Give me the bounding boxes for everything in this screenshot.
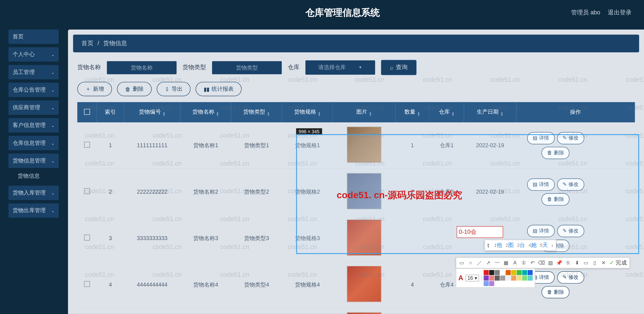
color-swatch[interactable] [528, 270, 533, 275]
eraser-icon[interactable]: ⌫ [538, 260, 544, 266]
col-header[interactable]: 货物类型▲▼ [231, 102, 282, 122]
breadcrumb-root[interactable]: 首页 [82, 40, 93, 46]
sidebar-item-5[interactable]: 客户信息管理⌄ [8, 118, 59, 133]
ellipse-icon[interactable]: ○ [468, 260, 474, 266]
col-header[interactable]: 操作 [516, 102, 634, 122]
col-header[interactable]: 索引 [97, 102, 124, 122]
color-swatch[interactable] [511, 270, 516, 275]
undo-icon[interactable]: ↶ [530, 260, 536, 266]
color-swatch[interactable] [489, 276, 494, 281]
select-all-checkbox[interactable] [84, 109, 90, 114]
col-header[interactable]: 生产日期▲▼ [464, 102, 516, 122]
ime-more-icon[interactable]: › [552, 242, 553, 248]
delete-button[interactable]: 🗑删除 [117, 82, 152, 96]
col-header[interactable]: 仓库▲▼ [430, 102, 464, 122]
plus-icon: ＋ [85, 85, 91, 93]
image-thumb[interactable] [347, 312, 382, 314]
color-swatch[interactable] [484, 281, 489, 286]
ime-candidate-popup[interactable]: t 1他2图3台4她5天› [484, 240, 556, 251]
col-header[interactable]: 图片▲▼ [333, 102, 395, 122]
color-swatch[interactable] [522, 276, 527, 281]
filter-type-input[interactable] [212, 61, 282, 74]
stats-button[interactable]: ▮▮统计报表 [196, 82, 242, 96]
copy-icon[interactable]: ▭ [583, 260, 589, 266]
record-icon[interactable]: ▯ [592, 260, 598, 266]
color-swatch[interactable] [517, 276, 522, 281]
color-swatch[interactable] [489, 270, 494, 275]
color-swatch[interactable] [506, 276, 511, 281]
line-icon[interactable]: ／ [476, 260, 482, 266]
color-swatch[interactable] [484, 270, 489, 275]
ocr-icon[interactable]: ⎘ [565, 260, 571, 266]
save-icon[interactable]: ⬇ [574, 260, 580, 266]
font-size-select[interactable]: 16 ▾ [466, 275, 479, 282]
image-thumb[interactable] [347, 219, 382, 256]
detail-button[interactable]: ▤详情 [527, 178, 554, 191]
color-swatch[interactable] [495, 276, 500, 281]
logout-link[interactable]: 退出登录 [608, 9, 631, 16]
done-button[interactable]: ✓ 完成 [610, 259, 627, 267]
ime-candidate[interactable]: 1他 [494, 241, 502, 249]
edit-button[interactable]: ✎修改 [557, 225, 584, 237]
cell-qty: 1 [395, 122, 430, 169]
sidebar-item-6[interactable]: 仓库信息管理⌄ [8, 136, 59, 150]
ime-input-box[interactable]: 0-10会 [457, 226, 503, 238]
ime-candidate[interactable]: 4她 [528, 241, 536, 249]
color-swatch[interactable] [522, 270, 527, 275]
sidebar-item-3[interactable]: 仓库公告管理⌄ [8, 83, 59, 97]
row-checkbox[interactable] [84, 142, 90, 148]
text-icon[interactable]: A [512, 260, 518, 266]
pin-icon[interactable]: 📌 [556, 260, 562, 266]
arrow-icon[interactable]: ↗ [485, 260, 491, 266]
row-checkbox[interactable] [84, 235, 90, 241]
filter-name-input[interactable] [107, 61, 176, 74]
color-swatch[interactable] [500, 270, 506, 275]
edit-button[interactable]: ✎修改 [557, 178, 584, 191]
ime-candidate[interactable]: 5天 [540, 241, 548, 249]
color-swatch[interactable] [528, 276, 533, 281]
sidebar-item-7[interactable]: 货物信息管理⌄ [8, 154, 59, 168]
sidebar-item-9[interactable]: 货物出库管理⌄ [8, 203, 59, 218]
color-swatch[interactable] [517, 270, 522, 275]
row-delete-button[interactable]: 🗑删除 [542, 286, 570, 298]
row-checkbox[interactable] [84, 188, 90, 194]
sidebar-item-2[interactable]: 员工管理⌄ [8, 65, 59, 79]
export-button[interactable]: ⇩导出 [157, 82, 190, 96]
col-header[interactable]: 货物规格▲▼ [282, 102, 333, 122]
row-delete-button[interactable]: 🗑删除 [542, 147, 570, 159]
sidebar-sub-active[interactable]: 货物信息 [8, 170, 59, 182]
rect-icon[interactable]: ▭ [459, 260, 464, 266]
brush-icon[interactable]: 〰 [494, 260, 500, 266]
sidebar-item-8[interactable]: 货物入库管理⌄ [8, 186, 59, 200]
color-swatch[interactable] [495, 270, 500, 275]
sidebar-item-4[interactable]: 供应商管理⌄ [8, 100, 59, 115]
row-delete-button[interactable]: 🗑删除 [542, 193, 570, 205]
color-swatch[interactable] [511, 276, 516, 281]
add-button[interactable]: ＋新增 [77, 82, 112, 96]
color-swatch[interactable] [489, 281, 494, 286]
query-button[interactable]: ⌕ 查询 [381, 60, 416, 75]
sidebar-item-0[interactable]: 首页 [8, 29, 59, 44]
image-thumb[interactable] [347, 127, 382, 163]
filter-wh-select[interactable]: 请选择仓库 ▼ [306, 60, 375, 75]
user-role[interactable]: 管理员 abo [571, 9, 600, 16]
col-header[interactable]: 货物编号▲▼ [124, 102, 180, 122]
col-header[interactable]: 数量▲▼ [395, 102, 430, 122]
capture-icon[interactable]: ▧ [548, 260, 554, 266]
mosaic-icon[interactable]: ▦ [503, 260, 509, 266]
edit-button[interactable]: ✎修改 [557, 271, 584, 283]
color-swatch[interactable] [484, 276, 489, 281]
edit-button[interactable]: ✎修改 [557, 132, 584, 144]
sidebar-item-1[interactable]: 个人中心⌄ [8, 47, 59, 62]
ime-candidate[interactable]: 3台 [517, 241, 525, 249]
image-thumb[interactable] [347, 266, 382, 302]
detail-button[interactable]: ▤详情 [527, 132, 554, 144]
row-checkbox[interactable] [84, 281, 90, 287]
color-swatch[interactable] [500, 276, 506, 281]
close-icon[interactable]: ✕ [601, 260, 607, 266]
ime-candidate[interactable]: 2图 [506, 241, 514, 249]
color-swatch[interactable] [506, 270, 511, 275]
counter-icon[interactable]: ① [521, 260, 527, 266]
col-header[interactable]: 货物名称▲▼ [180, 102, 231, 122]
detail-button[interactable]: ▤详情 [527, 225, 554, 237]
